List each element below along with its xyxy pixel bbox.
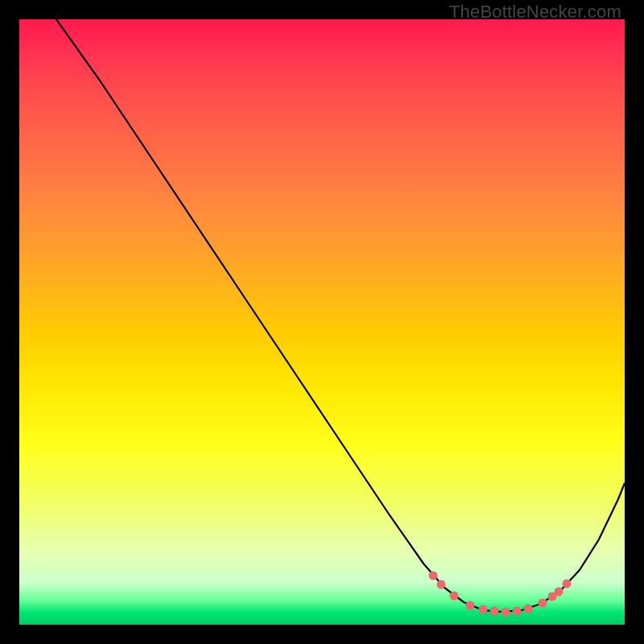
data-point-dot [524,605,533,613]
data-point-dot [437,580,446,589]
data-point-dot [539,599,547,608]
data-point-dot [563,580,572,588]
data-point-dot [429,572,438,580]
data-point-dot [502,608,510,617]
data-point-dot [466,601,475,610]
data-point-dot [479,605,488,614]
optimal-range-dots [19,19,625,625]
data-point-dot [513,607,522,616]
plot-area [19,19,625,625]
data-point-dot [490,607,499,616]
data-point-dot [450,592,459,601]
data-point-dot [555,588,564,597]
watermark-text: TheBottleNecker.com [449,2,621,23]
chart-frame: TheBottleNecker.com [0,0,644,644]
